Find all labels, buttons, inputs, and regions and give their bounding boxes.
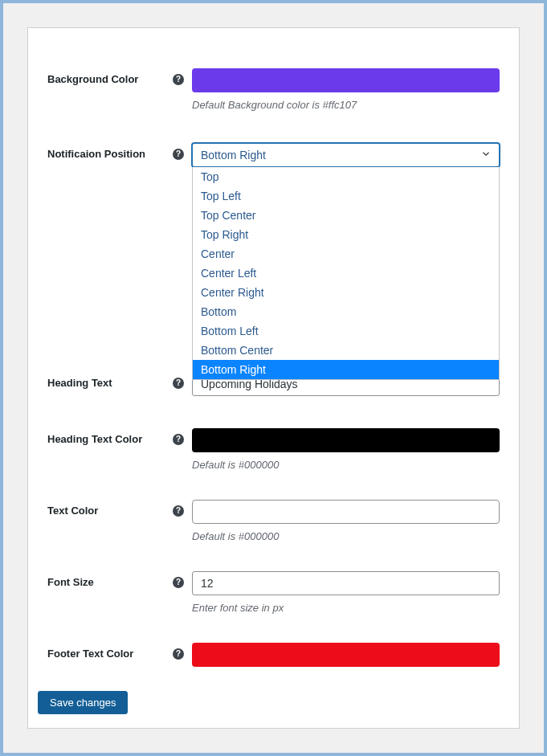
row-background-color: Background Color ? Default Background co… bbox=[28, 28, 519, 111]
row-heading-text-color: Heading Text Color ? Default is #000000 bbox=[28, 396, 519, 471]
font-size-helper: Enter font size in px bbox=[192, 602, 500, 614]
dropdown-option[interactable]: Bottom Left bbox=[193, 321, 499, 341]
background-color-input[interactable] bbox=[192, 68, 500, 92]
heading-text-color-label: Heading Text Color bbox=[47, 433, 173, 445]
help-icon[interactable]: ? bbox=[173, 577, 184, 588]
dropdown-option[interactable]: Bottom Right bbox=[193, 360, 499, 379]
text-color-input[interactable] bbox=[192, 500, 500, 524]
label-col: Text Color ? bbox=[47, 500, 192, 517]
save-button[interactable]: Save changes bbox=[38, 691, 128, 714]
control-col: Default is #000000 bbox=[192, 500, 500, 542]
dropdown-option[interactable]: Top bbox=[193, 167, 499, 186]
dropdown-option[interactable]: Bottom Center bbox=[193, 341, 499, 360]
save-row: Save changes bbox=[28, 667, 519, 714]
heading-text-label: Heading Text bbox=[47, 377, 173, 389]
dropdown-option[interactable]: Center bbox=[193, 244, 499, 264]
help-icon[interactable]: ? bbox=[173, 74, 184, 85]
background-color-label: Background Color bbox=[47, 73, 173, 85]
select-value: Bottom Right bbox=[201, 149, 266, 161]
text-color-label: Text Color bbox=[47, 505, 173, 517]
help-icon[interactable]: ? bbox=[173, 434, 184, 445]
row-text-color: Text Color ? Default is #000000 bbox=[28, 471, 519, 542]
control-col: Default is #000000 bbox=[192, 428, 500, 471]
control-col: Default Background color is #ffc107 bbox=[192, 68, 500, 111]
help-icon[interactable]: ? bbox=[173, 378, 184, 389]
row-footer-text-color: Footer Text Color ? bbox=[28, 614, 519, 667]
label-col: Heading Text ? bbox=[47, 372, 192, 389]
settings-panel: Background Color ? Default Background co… bbox=[0, 0, 547, 756]
help-icon[interactable]: ? bbox=[173, 505, 184, 517]
dropdown-option[interactable]: Center Left bbox=[193, 264, 499, 283]
help-icon[interactable]: ? bbox=[173, 648, 184, 660]
font-size-label: Font Size bbox=[47, 576, 173, 588]
help-icon[interactable]: ? bbox=[173, 149, 184, 160]
notification-position-select[interactable]: Bottom Right bbox=[192, 143, 500, 167]
notification-position-label: Notificaion Position bbox=[47, 148, 173, 160]
dropdown-option[interactable]: Top Center bbox=[193, 206, 499, 225]
notification-position-select-wrapper: Bottom Right TopTop LeftTop CenterTop Ri… bbox=[192, 143, 500, 167]
font-size-input[interactable] bbox=[192, 571, 500, 595]
row-notification-position: Notificaion Position ? Bottom Right TopT… bbox=[28, 111, 519, 356]
label-col: Font Size ? bbox=[47, 571, 192, 588]
text-color-helper: Default is #000000 bbox=[192, 530, 500, 542]
row-font-size: Font Size ? Enter font size in px bbox=[28, 542, 519, 614]
label-col: Heading Text Color ? bbox=[47, 428, 192, 445]
control-col: Enter font size in px bbox=[192, 571, 500, 614]
settings-form: Background Color ? Default Background co… bbox=[27, 27, 520, 729]
chevron-down-icon bbox=[480, 149, 492, 162]
heading-text-color-input[interactable] bbox=[192, 428, 500, 452]
control-col: Bottom Right TopTop LeftTop CenterTop Ri… bbox=[192, 143, 500, 356]
dropdown-option[interactable]: Center Right bbox=[193, 283, 499, 302]
footer-text-color-label: Footer Text Color bbox=[47, 648, 173, 660]
label-col: Background Color ? bbox=[47, 68, 192, 85]
label-col: Notificaion Position ? bbox=[47, 143, 192, 160]
notification-position-dropdown: TopTop LeftTop CenterTop RightCenterCent… bbox=[192, 167, 500, 380]
footer-text-color-input[interactable] bbox=[192, 643, 500, 667]
label-col: Footer Text Color ? bbox=[47, 643, 192, 660]
control-col bbox=[192, 643, 500, 667]
heading-text-color-helper: Default is #000000 bbox=[192, 459, 500, 471]
dropdown-option[interactable]: Bottom bbox=[193, 302, 499, 321]
dropdown-option[interactable]: Top Left bbox=[193, 186, 499, 206]
dropdown-option[interactable]: Top Right bbox=[193, 225, 499, 244]
background-color-helper: Default Background color is #ffc107 bbox=[192, 99, 500, 111]
